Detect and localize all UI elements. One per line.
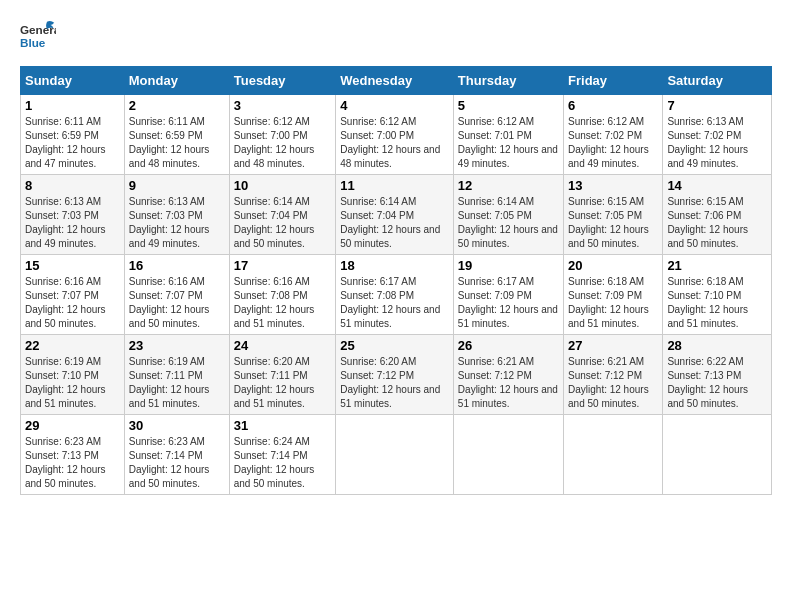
day-number: 22 — [25, 338, 120, 353]
calendar-cell: 19 Sunrise: 6:17 AM Sunset: 7:09 PM Dayl… — [453, 255, 563, 335]
calendar-table: SundayMondayTuesdayWednesdayThursdayFrid… — [20, 66, 772, 495]
day-info: Sunrise: 6:19 AM Sunset: 7:10 PM Dayligh… — [25, 355, 120, 411]
logo: GeneralBlue — [20, 20, 56, 56]
calendar-cell — [663, 415, 772, 495]
calendar-cell: 13 Sunrise: 6:15 AM Sunset: 7:05 PM Dayl… — [564, 175, 663, 255]
day-info: Sunrise: 6:16 AM Sunset: 7:07 PM Dayligh… — [25, 275, 120, 331]
day-info: Sunrise: 6:21 AM Sunset: 7:12 PM Dayligh… — [458, 355, 559, 411]
day-number: 27 — [568, 338, 658, 353]
day-number: 9 — [129, 178, 225, 193]
day-info: Sunrise: 6:21 AM Sunset: 7:12 PM Dayligh… — [568, 355, 658, 411]
day-info: Sunrise: 6:17 AM Sunset: 7:09 PM Dayligh… — [458, 275, 559, 331]
day-number: 12 — [458, 178, 559, 193]
day-info: Sunrise: 6:16 AM Sunset: 7:07 PM Dayligh… — [129, 275, 225, 331]
day-number: 16 — [129, 258, 225, 273]
header-monday: Monday — [124, 67, 229, 95]
day-info: Sunrise: 6:18 AM Sunset: 7:10 PM Dayligh… — [667, 275, 767, 331]
header-tuesday: Tuesday — [229, 67, 335, 95]
calendar-cell: 31 Sunrise: 6:24 AM Sunset: 7:14 PM Dayl… — [229, 415, 335, 495]
week-row-4: 22 Sunrise: 6:19 AM Sunset: 7:10 PM Dayl… — [21, 335, 772, 415]
day-number: 28 — [667, 338, 767, 353]
day-info: Sunrise: 6:23 AM Sunset: 7:13 PM Dayligh… — [25, 435, 120, 491]
day-number: 7 — [667, 98, 767, 113]
day-number: 15 — [25, 258, 120, 273]
day-number: 3 — [234, 98, 331, 113]
header-sunday: Sunday — [21, 67, 125, 95]
day-info: Sunrise: 6:14 AM Sunset: 7:05 PM Dayligh… — [458, 195, 559, 251]
day-info: Sunrise: 6:13 AM Sunset: 7:03 PM Dayligh… — [25, 195, 120, 251]
calendar-cell: 6 Sunrise: 6:12 AM Sunset: 7:02 PM Dayli… — [564, 95, 663, 175]
day-info: Sunrise: 6:15 AM Sunset: 7:06 PM Dayligh… — [667, 195, 767, 251]
calendar-cell: 16 Sunrise: 6:16 AM Sunset: 7:07 PM Dayl… — [124, 255, 229, 335]
day-number: 25 — [340, 338, 449, 353]
calendar-cell: 7 Sunrise: 6:13 AM Sunset: 7:02 PM Dayli… — [663, 95, 772, 175]
calendar-cell: 25 Sunrise: 6:20 AM Sunset: 7:12 PM Dayl… — [336, 335, 454, 415]
day-number: 14 — [667, 178, 767, 193]
calendar-cell: 17 Sunrise: 6:16 AM Sunset: 7:08 PM Dayl… — [229, 255, 335, 335]
day-info: Sunrise: 6:22 AM Sunset: 7:13 PM Dayligh… — [667, 355, 767, 411]
day-number: 11 — [340, 178, 449, 193]
calendar-cell — [564, 415, 663, 495]
day-info: Sunrise: 6:11 AM Sunset: 6:59 PM Dayligh… — [129, 115, 225, 171]
day-number: 18 — [340, 258, 449, 273]
day-number: 4 — [340, 98, 449, 113]
calendar-cell: 12 Sunrise: 6:14 AM Sunset: 7:05 PM Dayl… — [453, 175, 563, 255]
calendar-cell: 29 Sunrise: 6:23 AM Sunset: 7:13 PM Dayl… — [21, 415, 125, 495]
day-number: 29 — [25, 418, 120, 433]
day-info: Sunrise: 6:12 AM Sunset: 7:02 PM Dayligh… — [568, 115, 658, 171]
day-number: 8 — [25, 178, 120, 193]
calendar-cell: 28 Sunrise: 6:22 AM Sunset: 7:13 PM Dayl… — [663, 335, 772, 415]
day-number: 13 — [568, 178, 658, 193]
calendar-cell: 4 Sunrise: 6:12 AM Sunset: 7:00 PM Dayli… — [336, 95, 454, 175]
day-info: Sunrise: 6:20 AM Sunset: 7:11 PM Dayligh… — [234, 355, 331, 411]
day-info: Sunrise: 6:16 AM Sunset: 7:08 PM Dayligh… — [234, 275, 331, 331]
calendar-cell: 1 Sunrise: 6:11 AM Sunset: 6:59 PM Dayli… — [21, 95, 125, 175]
calendar-cell: 27 Sunrise: 6:21 AM Sunset: 7:12 PM Dayl… — [564, 335, 663, 415]
header-saturday: Saturday — [663, 67, 772, 95]
week-row-3: 15 Sunrise: 6:16 AM Sunset: 7:07 PM Dayl… — [21, 255, 772, 335]
day-number: 19 — [458, 258, 559, 273]
calendar-cell — [453, 415, 563, 495]
day-number: 24 — [234, 338, 331, 353]
calendar-cell: 18 Sunrise: 6:17 AM Sunset: 7:08 PM Dayl… — [336, 255, 454, 335]
day-number: 17 — [234, 258, 331, 273]
day-info: Sunrise: 6:23 AM Sunset: 7:14 PM Dayligh… — [129, 435, 225, 491]
calendar-cell: 8 Sunrise: 6:13 AM Sunset: 7:03 PM Dayli… — [21, 175, 125, 255]
day-number: 10 — [234, 178, 331, 193]
calendar-cell — [336, 415, 454, 495]
calendar-cell: 10 Sunrise: 6:14 AM Sunset: 7:04 PM Dayl… — [229, 175, 335, 255]
page-header: GeneralBlue — [20, 20, 772, 56]
day-info: Sunrise: 6:12 AM Sunset: 7:00 PM Dayligh… — [234, 115, 331, 171]
calendar-cell: 5 Sunrise: 6:12 AM Sunset: 7:01 PM Dayli… — [453, 95, 563, 175]
day-number: 5 — [458, 98, 559, 113]
logo-icon: GeneralBlue — [20, 20, 56, 56]
svg-text:Blue: Blue — [20, 36, 46, 49]
day-info: Sunrise: 6:19 AM Sunset: 7:11 PM Dayligh… — [129, 355, 225, 411]
day-info: Sunrise: 6:14 AM Sunset: 7:04 PM Dayligh… — [340, 195, 449, 251]
day-info: Sunrise: 6:14 AM Sunset: 7:04 PM Dayligh… — [234, 195, 331, 251]
day-info: Sunrise: 6:13 AM Sunset: 7:02 PM Dayligh… — [667, 115, 767, 171]
header-thursday: Thursday — [453, 67, 563, 95]
day-info: Sunrise: 6:18 AM Sunset: 7:09 PM Dayligh… — [568, 275, 658, 331]
day-info: Sunrise: 6:11 AM Sunset: 6:59 PM Dayligh… — [25, 115, 120, 171]
calendar-cell: 22 Sunrise: 6:19 AM Sunset: 7:10 PM Dayl… — [21, 335, 125, 415]
calendar-cell: 2 Sunrise: 6:11 AM Sunset: 6:59 PM Dayli… — [124, 95, 229, 175]
day-number: 30 — [129, 418, 225, 433]
day-number: 31 — [234, 418, 331, 433]
day-number: 2 — [129, 98, 225, 113]
calendar-cell: 26 Sunrise: 6:21 AM Sunset: 7:12 PM Dayl… — [453, 335, 563, 415]
calendar-cell: 9 Sunrise: 6:13 AM Sunset: 7:03 PM Dayli… — [124, 175, 229, 255]
week-row-1: 1 Sunrise: 6:11 AM Sunset: 6:59 PM Dayli… — [21, 95, 772, 175]
calendar-cell: 24 Sunrise: 6:20 AM Sunset: 7:11 PM Dayl… — [229, 335, 335, 415]
day-number: 20 — [568, 258, 658, 273]
day-number: 26 — [458, 338, 559, 353]
day-info: Sunrise: 6:17 AM Sunset: 7:08 PM Dayligh… — [340, 275, 449, 331]
header-friday: Friday — [564, 67, 663, 95]
calendar-cell: 20 Sunrise: 6:18 AM Sunset: 7:09 PM Dayl… — [564, 255, 663, 335]
header-row: SundayMondayTuesdayWednesdayThursdayFrid… — [21, 67, 772, 95]
day-info: Sunrise: 6:12 AM Sunset: 7:00 PM Dayligh… — [340, 115, 449, 171]
week-row-5: 29 Sunrise: 6:23 AM Sunset: 7:13 PM Dayl… — [21, 415, 772, 495]
day-number: 21 — [667, 258, 767, 273]
day-number: 1 — [25, 98, 120, 113]
day-number: 6 — [568, 98, 658, 113]
